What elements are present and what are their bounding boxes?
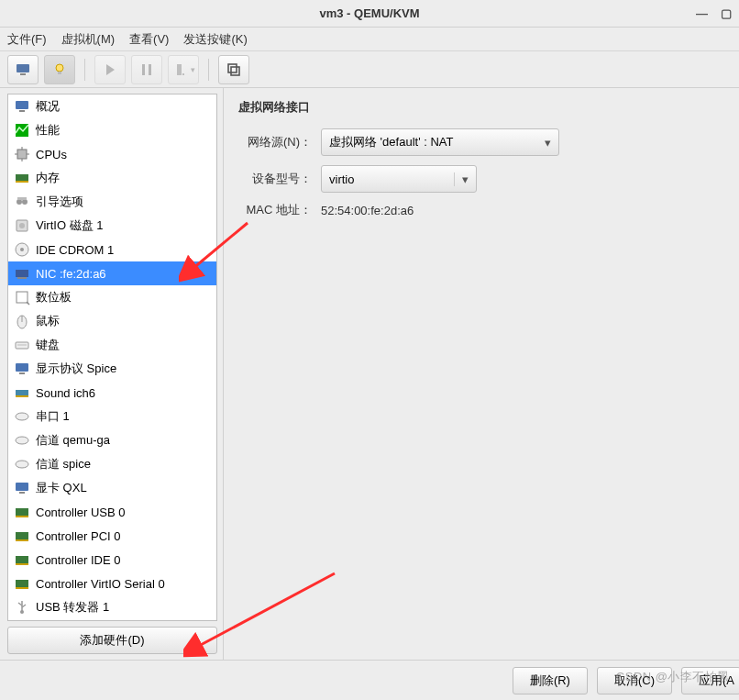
tablet-icon: [14, 289, 30, 306]
sidebar-item[interactable]: NIC :fe:2d:a6: [8, 261, 216, 285]
section-title: 虚拟网络接口: [238, 99, 732, 116]
apply-button[interactable]: 应用(A: [681, 667, 739, 694]
cpu-icon: [14, 146, 30, 162]
sidebar-item-label: Controller PCI 0: [36, 529, 120, 543]
delete-button[interactable]: 删除(R): [513, 667, 588, 694]
usb-icon: [14, 599, 30, 616]
sidebar-item[interactable]: Controller IDE 0: [8, 548, 216, 572]
cdrom-icon: [14, 241, 30, 258]
maximize-icon[interactable]: ▢: [721, 6, 732, 20]
svg-rect-43: [16, 483, 28, 491]
svg-rect-9: [228, 64, 237, 72]
sidebar-item[interactable]: 性能: [8, 118, 216, 142]
controller-icon: [14, 575, 30, 592]
svg-rect-10: [231, 67, 239, 75]
label-network-source: 网络源(N)：: [238, 134, 321, 150]
sidebar-item[interactable]: 内存: [8, 166, 216, 190]
row-mac: MAC 地址： 52:54:00:fe:2d:a6: [238, 202, 732, 218]
sidebar-item[interactable]: 串口 1: [8, 405, 216, 428]
sidebar-item-label: 显示协议 Spice: [36, 361, 116, 377]
svg-rect-6: [149, 64, 151, 75]
label-device-model: 设备型号：: [238, 171, 321, 187]
add-hardware-button[interactable]: 添加硬件(D): [7, 627, 217, 654]
sidebar-item[interactable]: 信道 spice: [8, 452, 216, 476]
svg-rect-29: [17, 277, 27, 279]
pause-icon: [138, 61, 155, 78]
sidebar-item-label: NIC :fe:2d:a6: [36, 267, 106, 281]
menu-view[interactable]: 查看(V): [129, 31, 169, 48]
svg-line-31: [27, 302, 29, 305]
svg-rect-48: [16, 539, 28, 541]
value-mac: 52:54:00:fe:2d:a6: [321, 204, 414, 217]
sidebar-item[interactable]: 显示协议 Spice: [8, 357, 216, 381]
disk-icon: [14, 217, 30, 234]
row-network-source: 网络源(N)： 虚拟网络 'default' : NAT ▾: [238, 128, 732, 156]
svg-rect-44: [19, 492, 25, 494]
sidebar-item[interactable]: 引导选项: [8, 190, 216, 214]
channel-icon: [14, 432, 30, 449]
controller-icon: [14, 504, 30, 520]
serial-icon: [14, 408, 30, 425]
console-button[interactable]: [7, 55, 39, 84]
sidebar-item-label: 性能: [36, 122, 60, 139]
svg-rect-38: [16, 390, 28, 395]
controller-icon: [14, 528, 30, 544]
sidebar-item[interactable]: VirtIO 磁盘 1: [8, 214, 216, 238]
performance-icon: [14, 122, 30, 139]
sidebar-item-label: Controller IDE 0: [36, 553, 120, 567]
details-button[interactable]: [44, 55, 75, 84]
nic-icon: [14, 265, 30, 282]
svg-rect-11: [16, 101, 28, 109]
svg-point-40: [16, 413, 28, 420]
svg-point-27: [20, 248, 24, 251]
sidebar-item[interactable]: Controller USB 0: [8, 500, 216, 524]
sidebar-item-label: 信道 spice: [36, 456, 91, 472]
sidebar-item[interactable]: Sound ich6: [8, 381, 216, 405]
menu-file[interactable]: 文件(F): [7, 31, 47, 48]
body: 概况性能CPUs内存引导选项VirtIO 磁盘 1IDE CDROM 1NIC …: [0, 88, 739, 660]
fullscreen-button[interactable]: [218, 55, 249, 84]
channel-icon: [14, 456, 30, 472]
sidebar-item[interactable]: 鼠标: [8, 309, 216, 333]
sidebar-item[interactable]: Controller PCI 0: [8, 524, 216, 548]
sidebar-item[interactable]: CPUs: [8, 142, 216, 166]
hardware-list[interactable]: 概况性能CPUs内存引导选项VirtIO 磁盘 1IDE CDROM 1NIC …: [7, 94, 217, 621]
svg-rect-3: [58, 72, 61, 74]
svg-point-25: [19, 223, 25, 228]
sidebar-item[interactable]: 显卡 QXL: [8, 476, 216, 500]
menu-vm[interactable]: 虚拟机(M): [61, 31, 116, 48]
sidebar-item-label: IDE CDROM 1: [36, 243, 114, 257]
sidebar-item[interactable]: IDE CDROM 1: [8, 238, 216, 261]
sidebar-item[interactable]: 键盘: [8, 333, 216, 357]
window-controls: — ▢: [696, 6, 732, 20]
svg-marker-4: [106, 64, 115, 75]
sidebar-item-label: VirtIO 磁盘 1: [36, 217, 103, 234]
sidebar-item[interactable]: 信道 qemu-ga: [8, 428, 216, 452]
sidebar-item-label: Controller USB 0: [36, 506, 126, 519]
sidebar-item[interactable]: 概况: [8, 94, 216, 118]
shutdown-button[interactable]: ▾: [168, 55, 199, 84]
combo-network-source[interactable]: 虚拟网络 'default' : NAT ▾: [321, 128, 559, 156]
monitor-icon: [14, 98, 30, 115]
play-button[interactable]: [94, 55, 126, 84]
sidebar-item[interactable]: USB 转发器 1: [8, 595, 216, 619]
boot-icon: [14, 194, 30, 210]
sidebar-item-label: 键盘: [36, 337, 60, 353]
minimize-icon[interactable]: —: [696, 6, 708, 20]
sidebar-item-label: 鼠标: [36, 313, 60, 329]
combo-device-model[interactable]: virtio ▾: [321, 165, 477, 193]
sound-icon: [14, 384, 30, 401]
cancel-button[interactable]: 取消(C): [597, 667, 672, 694]
combo-value: 虚拟网络 'default' : NAT: [329, 134, 453, 150]
sidebar-item[interactable]: 数位板: [8, 285, 216, 309]
svg-rect-19: [16, 174, 28, 181]
sidebar: 概况性能CPUs内存引导选项VirtIO 磁盘 1IDE CDROM 1NIC …: [0, 88, 224, 660]
sidebar-item[interactable]: Controller VirtIO Serial 0: [8, 572, 216, 595]
chevron-down-icon: ▾: [545, 136, 551, 150]
chevron-down-icon: ▾: [191, 65, 195, 74]
pause-button[interactable]: [131, 55, 162, 84]
menu-sendkey[interactable]: 发送按键(K): [183, 31, 247, 48]
sidebar-item[interactable]: USB 转发器 2: [8, 619, 216, 621]
window-title: vm3 - QEMU/KVM: [319, 6, 419, 20]
separator: [208, 59, 209, 81]
